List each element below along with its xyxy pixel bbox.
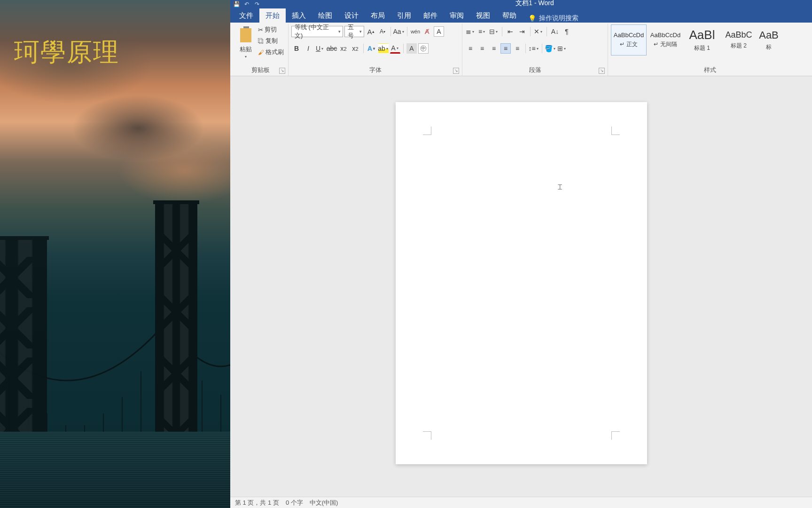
chevron-down-icon: ▾: [359, 29, 362, 34]
font-name-combo[interactable]: 等线 (中文正文) ▾: [291, 26, 343, 37]
copy-icon: ⿻: [258, 38, 264, 45]
chevron-down-icon: ▾: [244, 55, 248, 59]
window-title: 文档1 - Word: [260, 0, 809, 8]
cut-label: 剪切: [265, 25, 277, 34]
shrink-font-button[interactable]: A▾: [377, 26, 388, 37]
character-border-button[interactable]: A: [434, 26, 444, 37]
margin-indicator: [423, 431, 431, 440]
tab-mailings[interactable]: 邮件: [417, 8, 444, 23]
shading-button[interactable]: 🪣▾: [545, 43, 555, 54]
document-page[interactable]: Ꮖ: [396, 102, 647, 464]
margin-indicator: [611, 431, 620, 440]
subscript-button[interactable]: x2: [338, 43, 349, 54]
tell-me-label: 操作说明搜索: [539, 14, 578, 23]
underline-button[interactable]: U▾: [315, 43, 325, 54]
character-shading-button[interactable]: A: [406, 43, 417, 54]
tab-draw[interactable]: 绘图: [312, 8, 338, 23]
tab-view[interactable]: 视图: [470, 8, 496, 23]
tab-design[interactable]: 设计: [338, 8, 365, 23]
tab-layout[interactable]: 布局: [365, 8, 391, 23]
tab-home[interactable]: 开始: [259, 8, 286, 23]
font-name-value: 等线 (中文正文): [295, 23, 336, 40]
tab-file[interactable]: 文件: [233, 8, 259, 23]
sort-button[interactable]: A↓: [550, 26, 560, 37]
grow-font-button[interactable]: A▴: [366, 26, 376, 37]
tell-me-search[interactable]: 💡 操作说明搜索: [523, 14, 584, 23]
ribbon-tabs: 文件 开始 插入 绘图 设计 布局 引用 邮件 审阅 视图 帮助 💡 操作说明搜…: [230, 8, 812, 23]
document-area[interactable]: Ꮖ: [230, 76, 812, 497]
line-spacing-button[interactable]: ↕≡▾: [529, 43, 539, 54]
font-color-button[interactable]: A▾: [390, 43, 400, 54]
lightbulb-icon: 💡: [528, 15, 536, 22]
paste-label: 粘贴: [240, 45, 252, 54]
multilevel-list-button[interactable]: ⊟▾: [489, 26, 499, 37]
ribbon: 粘贴 ▾ ✂ 剪切 ⿻ 复制 🖌: [230, 23, 812, 76]
styles-gallery[interactable]: AaBbCcDd ↵ 正文 AaBbCcDd ↵ 无间隔 AaBl 标题 1: [611, 24, 780, 56]
undo-icon[interactable]: ↶: [243, 1, 250, 8]
tab-insert[interactable]: 插入: [286, 8, 312, 23]
tab-references[interactable]: 引用: [391, 8, 417, 23]
tab-review[interactable]: 审阅: [444, 8, 470, 23]
title-bar: 💾 ↶ ↷ 文档1 - Word: [230, 0, 812, 8]
align-center-button[interactable]: ≡: [477, 43, 487, 54]
group-clipboard-label: 剪贴板: [251, 66, 270, 73]
style-normal[interactable]: AaBbCcDd ↵ 正文: [611, 24, 647, 56]
borders-button[interactable]: ⊞▾: [557, 43, 567, 54]
asian-layout-button[interactable]: ✕▾: [533, 26, 544, 37]
group-styles-label: 样式: [704, 66, 716, 73]
redo-icon[interactable]: ↷: [254, 1, 260, 8]
water: [0, 432, 230, 508]
group-styles: AaBbCcDd ↵ 正文 AaBbCcDd ↵ 无间隔 AaBl 标题 1: [608, 24, 812, 76]
copy-label: 复制: [265, 37, 278, 45]
status-language[interactable]: 中文(中国): [310, 499, 338, 507]
change-case-button[interactable]: Aa▾: [394, 26, 404, 37]
text-cursor-icon: Ꮖ: [558, 183, 562, 191]
superscript-button[interactable]: x2: [350, 43, 360, 54]
dialog-launcher-icon[interactable]: ↘: [453, 68, 459, 74]
save-icon[interactable]: 💾: [233, 1, 240, 8]
highlight-button[interactable]: ab▾: [378, 43, 389, 54]
align-right-button[interactable]: ≡: [489, 43, 499, 54]
status-word-count[interactable]: 0 个字: [286, 499, 303, 507]
dialog-launcher-icon[interactable]: ↘: [279, 68, 285, 74]
format-painter-label: 格式刷: [265, 48, 284, 56]
cut-button[interactable]: ✂ 剪切: [257, 24, 285, 35]
paste-icon: [238, 25, 254, 44]
group-paragraph: ≣▾ ≡▾ ⊟▾ ⇤ ⇥ ✕▾ A↓ ¶: [462, 24, 608, 76]
clear-formatting-button[interactable]: A̸: [422, 26, 432, 37]
scissors-icon: ✂: [258, 26, 263, 33]
enclose-characters-button[interactable]: ㊥: [418, 43, 429, 54]
word-window: 💾 ↶ ↷ 文档1 - Word 文件 开始 插入 绘图 设计 布局 引用 邮件…: [230, 0, 812, 508]
dialog-launcher-icon[interactable]: ↘: [599, 68, 605, 74]
style-no-spacing[interactable]: AaBbCcDd ↵ 无间隔: [648, 24, 683, 56]
phonetic-guide-button[interactable]: wén: [410, 26, 421, 37]
paste-button[interactable]: 粘贴 ▾: [236, 24, 256, 60]
margin-indicator: [611, 127, 620, 135]
font-size-combo[interactable]: 五号 ▾: [344, 26, 364, 37]
group-font-label: 字体: [369, 66, 382, 73]
show-marks-button[interactable]: ¶: [562, 26, 572, 37]
strikethrough-button[interactable]: abc: [327, 43, 337, 54]
format-painter-button[interactable]: 🖌 格式刷: [257, 47, 285, 57]
increase-indent-button[interactable]: ⇥: [517, 26, 527, 37]
brush-icon: 🖌: [258, 49, 264, 56]
tab-help[interactable]: 帮助: [496, 8, 523, 23]
style-heading-1[interactable]: AaBl 标题 1: [684, 24, 720, 56]
text-effects-button[interactable]: A▾: [367, 43, 377, 54]
style-heading-2[interactable]: AaBbC 标题 2: [721, 24, 757, 56]
align-left-button[interactable]: ≡: [465, 43, 476, 54]
bold-button[interactable]: B: [291, 43, 302, 54]
status-page[interactable]: 第 1 页，共 1 页: [235, 499, 279, 507]
italic-button[interactable]: I: [303, 43, 313, 54]
group-clipboard: 粘贴 ▾ ✂ 剪切 ⿻ 复制 🖌: [233, 24, 289, 76]
numbering-button[interactable]: ≡▾: [477, 26, 487, 37]
status-bar: 第 1 页，共 1 页 0 个字 中文(中国): [230, 497, 812, 508]
font-size-value: 五号: [348, 23, 358, 40]
style-title[interactable]: AaB 标: [757, 24, 780, 56]
justify-button[interactable]: ≡: [500, 43, 511, 54]
bullets-button[interactable]: ≣▾: [465, 26, 476, 37]
decrease-indent-button[interactable]: ⇤: [505, 26, 515, 37]
copy-button[interactable]: ⿻ 复制: [257, 36, 285, 46]
distributed-button[interactable]: ≡: [512, 43, 523, 54]
group-paragraph-label: 段落: [529, 66, 541, 73]
